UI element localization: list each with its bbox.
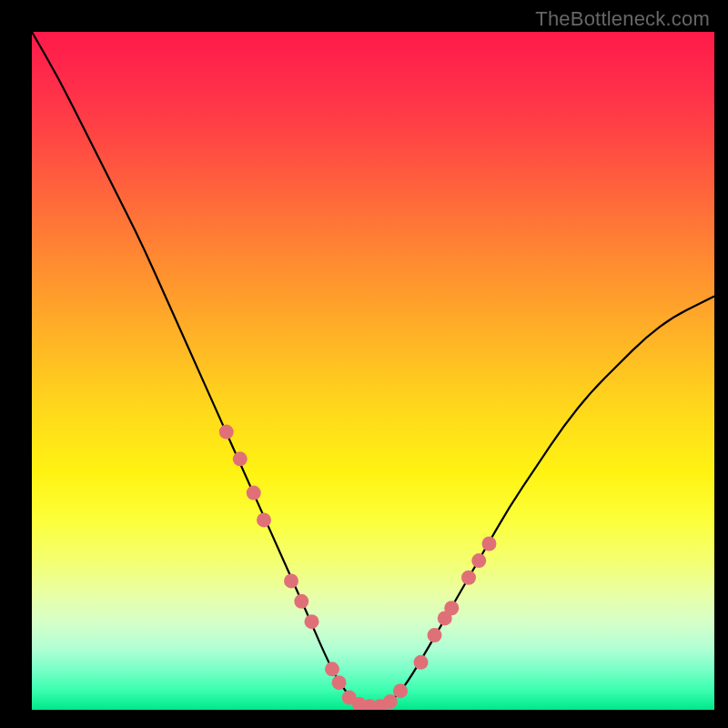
curve-marker (247, 486, 261, 500)
plot-area (32, 32, 714, 710)
curve-marker (362, 699, 377, 710)
curve-marker (428, 628, 442, 642)
curve-marker (393, 683, 408, 698)
curve-marker (332, 675, 347, 690)
chart-container: TheBottleneck.com (0, 0, 728, 728)
curve-marker (414, 655, 429, 670)
curve-marker (482, 536, 497, 551)
curve-marker (219, 425, 234, 440)
watermark-text: TheBottleneck.com (535, 7, 710, 31)
curve-marker (444, 601, 459, 615)
curve-marker (342, 691, 357, 705)
curve-marker (438, 611, 452, 625)
curve-marker (325, 662, 339, 676)
curve-marker (257, 512, 271, 527)
curve-marker (461, 571, 476, 585)
curve-marker (373, 699, 388, 710)
chart-svg (32, 32, 714, 710)
curve-marker (233, 451, 248, 466)
curve-marker (352, 697, 367, 710)
curve-marker (305, 614, 319, 629)
curve-marker (284, 573, 298, 588)
curve-marker (471, 553, 486, 568)
curve-marker (383, 694, 398, 709)
curve-path (32, 32, 714, 706)
curve-marker (294, 594, 308, 609)
curve-markers (219, 425, 497, 710)
bottleneck-curve (32, 32, 714, 706)
